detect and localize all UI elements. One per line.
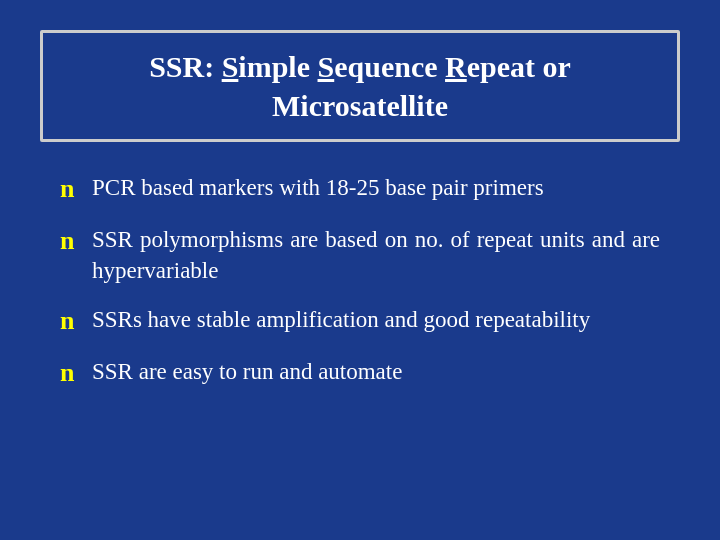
bullet-marker-4: n xyxy=(60,356,80,390)
title-box: SSR: Simple Sequence Repeat or Microsate… xyxy=(40,30,680,142)
bullet-marker-2: n xyxy=(60,224,80,258)
slide-container: SSR: Simple Sequence Repeat or Microsate… xyxy=(10,10,710,530)
bullet-marker-1: n xyxy=(60,172,80,206)
bullet-item-1: n PCR based markers with 18-25 base pair… xyxy=(60,172,660,206)
bullet-text-2: SSR polymorphisms are based on no. of re… xyxy=(92,224,660,286)
bullet-marker-3: n xyxy=(60,304,80,338)
bullet-item-3: n SSRs have stable amplification and goo… xyxy=(60,304,660,338)
bullet-item-2: n SSR polymorphisms are based on no. of … xyxy=(60,224,660,286)
bullet-text-3: SSRs have stable amplification and good … xyxy=(92,304,590,335)
content-area: n PCR based markers with 18-25 base pair… xyxy=(40,162,680,399)
bullet-item-4: n SSR are easy to run and automate xyxy=(60,356,660,390)
bullet-text-1: PCR based markers with 18-25 base pair p… xyxy=(92,172,544,203)
slide-title: SSR: Simple Sequence Repeat or Microsate… xyxy=(63,47,657,125)
title-line2: Microsatellite xyxy=(272,89,448,122)
title-line1: SSR: Simple Sequence Repeat or xyxy=(149,50,571,83)
bullet-text-4: SSR are easy to run and automate xyxy=(92,356,402,387)
